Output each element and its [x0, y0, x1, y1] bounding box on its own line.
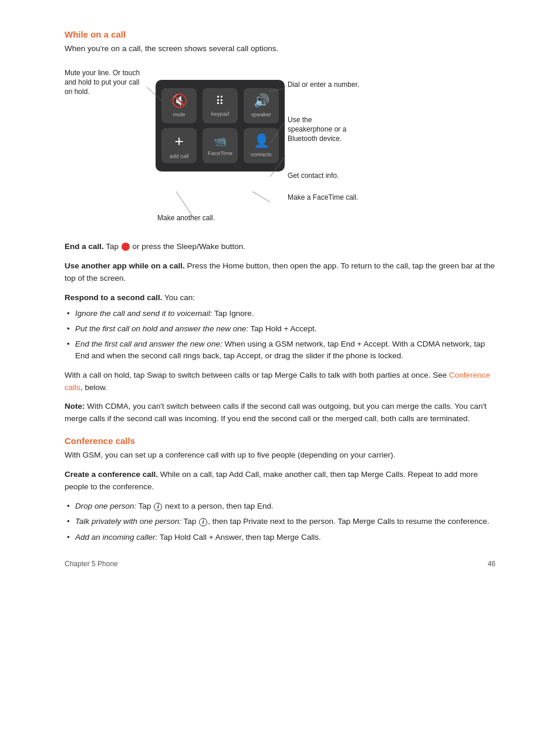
- page: While on a call When you're on a call, t…: [0, 0, 560, 586]
- section1-title: While on a call: [65, 29, 495, 39]
- note-body: With CDMA, you can't switch between call…: [65, 402, 487, 423]
- phone-ui: 🔇 mute ⠿ keypad 🔊 speaker +: [156, 80, 285, 172]
- use-another-text: Use another app while on a call. Press t…: [65, 260, 495, 285]
- bullet-end-first: End the first call and answer the new on…: [65, 338, 495, 362]
- circle-i-icon-1: i: [154, 503, 162, 511]
- use-another-bold: Use another app while on a call.: [65, 261, 185, 270]
- facetime-label: FaceTime: [208, 150, 232, 156]
- respond-text: Respond to a second call. You can:: [65, 292, 495, 304]
- contacts-label: contacts: [251, 151, 271, 157]
- circle-i-icon-2: i: [199, 518, 207, 526]
- end-call-suffix: or press the Sleep/Wake button.: [130, 242, 245, 251]
- respond-body: You can:: [163, 293, 195, 302]
- phone-buttons: 🔇 mute ⠿ keypad 🔊 speaker +: [156, 80, 285, 172]
- bullet-hold: Put the first call on hold and answer th…: [65, 323, 495, 335]
- end-call-bold: End a call.: [65, 242, 104, 251]
- keypad-label: keypad: [211, 110, 230, 117]
- section2-title: Conference calls: [65, 436, 495, 446]
- bullet-incoming: Add an incoming caller: Tap Hold Call + …: [65, 532, 495, 543]
- end-call-text-part: Tap: [104, 242, 121, 251]
- section1-intro: When you're on a call, the screen shows …: [65, 43, 495, 55]
- add-call-icon: +: [174, 132, 183, 150]
- section2-intro: With GSM, you can set up a conference ca…: [65, 449, 495, 462]
- phone-row-1: 🔇 mute ⠿ keypad 🔊 speaker: [161, 88, 279, 123]
- annotation-mute: Mute your line. Or touch and hold to put…: [65, 68, 147, 97]
- create-conf-text: Create a conference call. While on a cal…: [65, 469, 495, 493]
- annotation-make-call: Make another call.: [157, 213, 215, 223]
- bullet-ignore: Ignore the call and send it to voicemail…: [65, 308, 495, 320]
- diagram-container: Mute your line. Or touch and hold to put…: [65, 62, 495, 227]
- phone-row-2: + add call 📹 FaceTime 👤 contacts: [161, 128, 279, 163]
- annotation-contact: Get contact info.: [288, 171, 339, 180]
- respond-bold: Respond to a second call.: [65, 293, 163, 302]
- bullet-drop: Drop one person: Tap i next to a person,…: [65, 500, 495, 512]
- conference-bullets: Drop one person: Tap i next to a person,…: [65, 500, 495, 543]
- bullet-drop-italic: Drop one person:: [75, 502, 136, 510]
- keypad-icon: ⠿: [215, 94, 225, 108]
- facetime-icon: 📹: [214, 135, 227, 147]
- footer-page: 46: [488, 560, 495, 568]
- bullet-ignore-italic: Ignore the call and send it to voicemail…: [75, 309, 212, 318]
- bullet-end-italic: End the first call and answer the new on…: [75, 339, 222, 348]
- red-dot-icon: [122, 243, 130, 251]
- mute-label: mute: [173, 111, 185, 117]
- hold-suffix: , below.: [80, 383, 107, 392]
- footer-chapter: Chapter 5 Phone: [65, 560, 118, 568]
- create-conf-bold: Create a conference call.: [65, 470, 158, 479]
- end-call-text: End a call. Tap or press the Sleep/Wake …: [65, 241, 495, 253]
- contacts-icon: 👤: [254, 133, 269, 149]
- annotation-dial: Dial or enter a number.: [288, 80, 359, 89]
- bullet-incoming-italic: Add an incoming caller:: [75, 533, 157, 542]
- note-bold: Note:: [65, 402, 85, 411]
- svg-line-4: [252, 191, 270, 202]
- annotation-facetime: Make a FaceTime call.: [288, 193, 358, 202]
- mute-icon: 🔇: [171, 93, 187, 109]
- hold-body: With a call on hold, tap Swap to switch …: [65, 371, 449, 379]
- speaker-button[interactable]: 🔊 speaker: [244, 88, 279, 123]
- keypad-button[interactable]: ⠿ keypad: [203, 88, 238, 123]
- speaker-icon: 🔊: [254, 93, 269, 109]
- footer: Chapter 5 Phone 46: [65, 560, 495, 568]
- facetime-button[interactable]: 📹 FaceTime: [203, 128, 238, 163]
- add-call-label: add call: [170, 153, 189, 159]
- bullet-private: Talk privately with one person: Tap i, t…: [65, 516, 495, 527]
- contacts-button[interactable]: 👤 contacts: [244, 128, 279, 163]
- speaker-label: speaker: [251, 111, 271, 117]
- add-call-button[interactable]: + add call: [161, 128, 197, 163]
- mute-button[interactable]: 🔇 mute: [161, 88, 197, 123]
- note-text: Note: With CDMA, you can't switch betwee…: [65, 401, 495, 425]
- hold-text: With a call on hold, tap Swap to switch …: [65, 369, 495, 394]
- bullet-private-italic: Talk privately with one person:: [75, 517, 181, 526]
- bullet-hold-italic: Put the first call on hold and answer th…: [75, 324, 248, 333]
- respond-bullets: Ignore the call and send it to voicemail…: [65, 308, 495, 362]
- annotation-speaker: Use the speakerphone or a Bluetooth devi…: [288, 115, 352, 144]
